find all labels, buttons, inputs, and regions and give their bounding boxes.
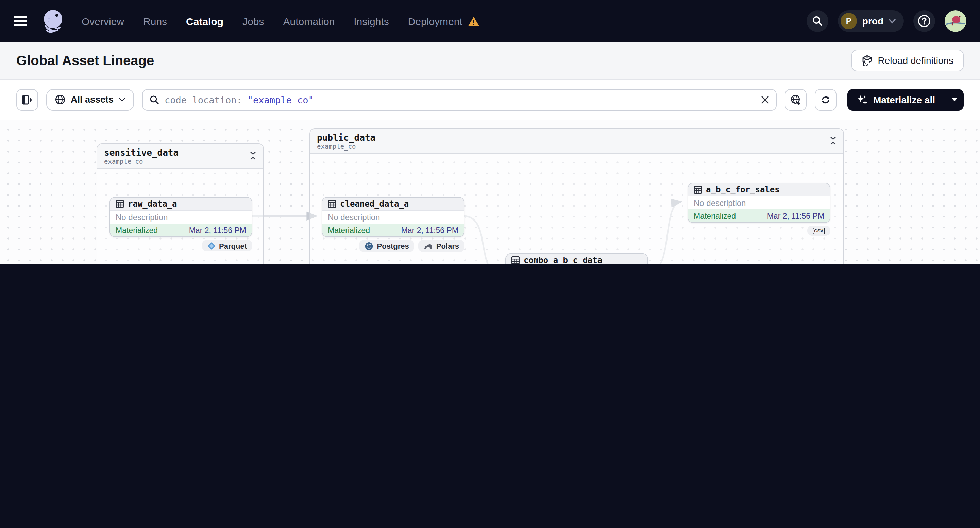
asset-node-raw-data-a[interactable]: raw_data_a No description MaterializedMa… — [110, 197, 252, 237]
sparkles-icon — [857, 94, 868, 105]
globe-plus-icon — [790, 94, 801, 105]
status-badge: Materialized — [694, 212, 736, 220]
nav-item-jobs[interactable]: Jobs — [242, 15, 264, 27]
materialize-all-main[interactable]: Materialize all — [847, 89, 945, 110]
globe-icon — [55, 94, 65, 105]
app-window: Overview Runs Catalog Jobs Automation In… — [0, 0, 980, 264]
close-icon — [761, 95, 769, 104]
tag-polars[interactable]: Polars — [418, 240, 465, 252]
refresh-button[interactable] — [815, 89, 837, 110]
help-button[interactable] — [913, 10, 935, 32]
status-badge: Materialized — [328, 226, 370, 234]
lineage-toolbar: All assets code_location:"example_co" — [0, 79, 980, 120]
panel-toggle-icon — [22, 95, 33, 104]
reload-icon — [861, 55, 872, 66]
asset-description: No description — [322, 211, 464, 224]
nav-item-runs[interactable]: Runs — [143, 15, 167, 27]
reload-definitions-button[interactable]: Reload definitions — [851, 49, 964, 71]
collapse-group-button[interactable] — [830, 133, 837, 147]
clear-search-button[interactable] — [761, 95, 769, 104]
status-badge: Materialized — [116, 226, 158, 234]
asset-name: a_b_c_for_sales — [706, 185, 780, 194]
warning-icon — [468, 16, 479, 26]
page-title: Global Asset Lineage — [16, 53, 154, 68]
materialize-all-label: Materialize all — [873, 94, 935, 105]
open-panel-button[interactable] — [16, 89, 38, 110]
page-header: Global Asset Lineage Reload definitions — [0, 42, 980, 79]
materialize-options-button[interactable] — [945, 89, 964, 110]
nav-right: P prod — [807, 10, 966, 32]
deployment-name: prod — [862, 16, 883, 27]
nav-item-catalog[interactable]: Catalog — [186, 15, 223, 27]
asset-tags: Parquet — [110, 240, 252, 251]
table-icon — [116, 200, 124, 208]
asset-scope-dropdown[interactable]: All assets — [46, 89, 134, 110]
table-icon — [511, 256, 520, 264]
view-as-catalog-button[interactable] — [785, 89, 807, 110]
asset-node-a-b-c-for-sales[interactable]: a_b_c_for_sales No description Materiali… — [687, 183, 830, 223]
deployment-initial-badge: P — [841, 13, 857, 29]
search-button[interactable] — [807, 10, 828, 32]
collapse-icon — [250, 152, 256, 160]
asset-tags: CSV — [687, 225, 830, 236]
top-nav: Overview Runs Catalog Jobs Automation In… — [0, 0, 980, 42]
nav-item-deployment[interactable]: Deployment — [408, 15, 463, 27]
postgres-icon — [365, 242, 374, 251]
table-icon — [328, 200, 336, 208]
search-query-value: "example_co" — [248, 94, 314, 105]
nav-item-overview[interactable]: Overview — [82, 15, 124, 27]
help-icon — [918, 14, 931, 28]
asset-scope-label: All assets — [71, 94, 114, 105]
group-code-location: example_co — [104, 158, 178, 165]
tag-parquet[interactable]: Parquet — [202, 240, 252, 251]
materialization-timestamp: Mar 2, 11:56 PM — [189, 226, 246, 234]
nav-item-automation[interactable]: Automation — [283, 15, 335, 27]
materialization-timestamp: Mar 2, 11:56 PM — [401, 226, 458, 234]
tag-csv[interactable]: CSV — [807, 225, 830, 236]
search-icon — [150, 95, 159, 104]
refresh-icon — [820, 94, 831, 105]
asset-search-input[interactable]: code_location:"example_co" — [142, 89, 776, 110]
nav-links: Overview Runs Catalog Jobs Automation In… — [82, 15, 479, 27]
search-query-field: code_location: — [165, 94, 242, 105]
reload-definitions-label: Reload definitions — [878, 55, 953, 66]
search-icon — [812, 16, 823, 27]
chevron-down-icon — [889, 19, 896, 24]
nav-item-insights[interactable]: Insights — [354, 15, 389, 27]
deployment-switcher[interactable]: P prod — [838, 10, 904, 32]
materialization-timestamp: Mar 2, 11:56 PM — [767, 212, 824, 220]
asset-name: cleaned_data_a — [340, 199, 409, 209]
caret-down-icon — [951, 98, 958, 101]
lineage-canvas[interactable]: sensitive_data example_co public_data — [0, 120, 980, 264]
tag-postgres[interactable]: Postgres — [360, 240, 415, 252]
csv-icon: CSV — [812, 227, 825, 234]
group-title: sensitive_data — [104, 147, 178, 158]
hamburger-menu-icon[interactable] — [14, 16, 27, 26]
polars-icon — [424, 242, 433, 250]
asset-description: No description — [110, 211, 251, 224]
group-code-location: example_co — [317, 143, 375, 150]
dagster-logo-icon[interactable] — [40, 8, 67, 35]
collapse-icon — [830, 136, 837, 145]
asset-group-header[interactable]: sensitive_data example_co — [97, 144, 263, 168]
chevron-down-icon — [119, 98, 125, 101]
user-avatar[interactable] — [945, 10, 966, 32]
materialize-all-button[interactable]: Materialize all — [847, 89, 964, 110]
asset-description: No description — [688, 197, 830, 209]
content-sheet: Global Asset Lineage Reload definitions — [0, 42, 980, 264]
asset-node-cleaned-data-a[interactable]: cleaned_data_a No description Materializ… — [322, 197, 465, 237]
asset-group-header[interactable]: public_data example_co — [310, 129, 843, 154]
asset-name: raw_data_a — [128, 199, 177, 209]
table-icon — [694, 186, 702, 193]
collapse-group-button[interactable] — [250, 147, 256, 162]
asset-tags: Postgres Polars — [322, 240, 465, 252]
asset-node-combo-a-b-c-data[interactable]: combo_a_b_c_data No description Material… — [505, 254, 648, 264]
asset-name: combo_a_b_c_data — [523, 255, 602, 264]
group-title: public_data — [317, 133, 375, 143]
parquet-icon — [207, 242, 216, 250]
